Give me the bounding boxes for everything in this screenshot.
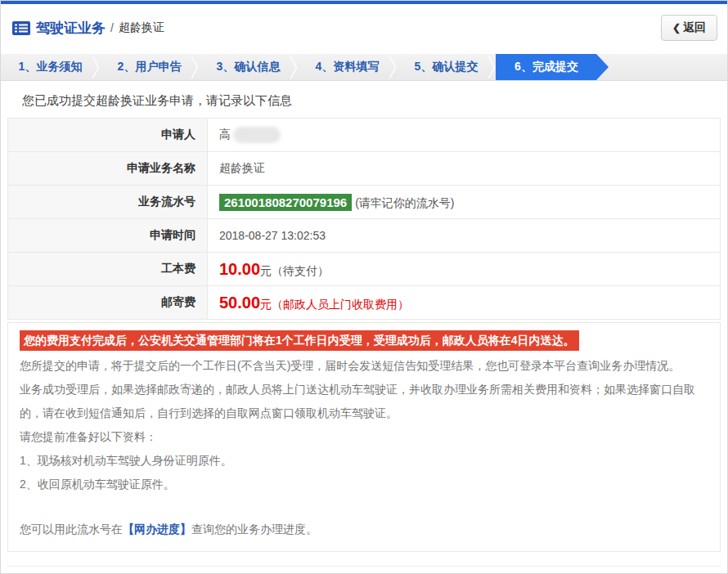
- success-message: 您已成功提交超龄换证业务申请，请记录以下信息: [22, 93, 721, 109]
- step-tab-fill-data[interactable]: 4、资料填写: [298, 54, 397, 80]
- applicant-name: 高: [219, 128, 231, 141]
- row-value: 261001808270079196(请牢记你的流水号): [208, 186, 721, 219]
- table-row-apply-time: 申请时间 2018-08-27 13:02:53: [8, 219, 721, 253]
- row-label: 申请人: [8, 119, 208, 152]
- info-table: 申请人 高 申请业务名称 超龄换证 业务流水号 2610018082700791…: [7, 118, 721, 320]
- main-content: 您已成功提交超龄换证业务申请，请记录以下信息 申请人 高 申请业务名称 超龄换证…: [1, 93, 727, 552]
- row-value: 10.00元（待支付）: [208, 253, 721, 286]
- row-label: 申请业务名称: [8, 152, 208, 186]
- serial-note: (请牢记你的流水号): [355, 196, 454, 209]
- row-value: 高: [208, 119, 721, 152]
- postage-fee-amount: 50.00: [219, 294, 260, 312]
- wizard-steps: 1、业务须知 2、用户申告 3、确认信息 4、资料填写 5、确认提交 6、完成提…: [1, 54, 727, 81]
- action-footer: ¥ 继续支付 ¥ 取消支付 返回: [7, 566, 721, 574]
- breadcrumb-separator: /: [110, 21, 114, 34]
- production-fee-amount: 10.00: [219, 260, 260, 278]
- table-row-production-fee: 工本费 10.00元（待支付）: [8, 253, 721, 286]
- notice-paragraph: 1、现场核对机动车驾驶人身份证明原件。: [20, 449, 708, 473]
- table-row-postage-fee: 邮寄费 50.00元（邮政人员上门收取费用）: [8, 286, 721, 320]
- table-row-applicant: 申请人 高: [8, 119, 721, 152]
- progress-hint-line: 您可以用此流水号在【网办进度】查询您的业务办理进度。: [20, 518, 708, 541]
- blank-line: [20, 496, 708, 518]
- row-label: 申请时间: [8, 219, 208, 253]
- postage-fee-note: 元（邮政人员上门收取费用）: [260, 298, 409, 311]
- notice-section: 您的费用支付完成后，公安机关交通管理部门将在1个工作日内受理，受理成功后，邮政人…: [7, 322, 721, 552]
- payment-alert-banner: 您的费用支付完成后，公安机关交通管理部门将在1个工作日内受理，受理成功后，邮政人…: [20, 330, 579, 351]
- row-value: 50.00元（邮政人员上门收取费用）: [208, 286, 721, 320]
- table-row-business-name: 申请业务名称 超龄换证: [8, 152, 721, 186]
- back-button[interactable]: ❮ 返回: [661, 15, 717, 41]
- back-button-label: 返回: [683, 20, 706, 35]
- notice-paragraph: 业务成功受理后，如果选择邮政寄递的，邮政人员将上门送达机动车驾驶证，并收取办理业…: [20, 378, 708, 425]
- step-tab-confirm-submit[interactable]: 5、确认提交: [397, 54, 496, 80]
- row-value: 超龄换证: [208, 152, 721, 186]
- row-label: 业务流水号: [8, 186, 208, 219]
- chevron-left-icon: ❮: [672, 22, 681, 34]
- license-list-icon: [12, 21, 30, 35]
- page-title: 驾驶证业务: [36, 19, 106, 38]
- notice-paragraph: 请您提前准备好以下资料：: [20, 425, 708, 449]
- notice-paragraph: 2、收回原机动车驾驶证原件。: [20, 473, 708, 496]
- progress-hint-prefix: 您可以用此流水号在: [20, 522, 123, 536]
- privacy-masked-text: [233, 127, 281, 143]
- step-tab-confirm-info[interactable]: 3、确认信息: [199, 54, 298, 80]
- notice-paragraph: 您所提交的申请，将于提交后的一个工作日(不含当天)受理，届时会发送短信告知受理结…: [20, 354, 708, 378]
- table-row-serial-number: 业务流水号 261001808270079196(请牢记你的流水号): [8, 186, 721, 219]
- row-label: 工本费: [8, 253, 208, 286]
- page-header: 驾驶证业务 / 超龄换证 ❮ 返回: [1, 4, 727, 51]
- step-tab-user-declaration[interactable]: 2、用户申告: [100, 54, 199, 80]
- app-window: 驾驶证业务 / 超龄换证 ❮ 返回 1、业务须知 2、用户申告 3、确认信息 4…: [0, 0, 728, 574]
- apply-time-value: 2018-08-27 13:02:53: [208, 219, 721, 253]
- step-tab-complete-submit[interactable]: 6、完成提交: [496, 54, 609, 80]
- production-fee-note: 元（待支付）: [260, 264, 329, 277]
- online-progress-link[interactable]: 【网办进度】: [123, 522, 191, 536]
- serial-number-badge: 261001808270079196: [219, 194, 352, 211]
- step-tab-business-notice[interactable]: 1、业务须知: [1, 54, 100, 80]
- progress-hint-suffix: 查询您的业务办理进度。: [191, 522, 317, 536]
- breadcrumb-current: 超龄换证: [119, 20, 164, 35]
- row-label: 邮寄费: [8, 286, 208, 320]
